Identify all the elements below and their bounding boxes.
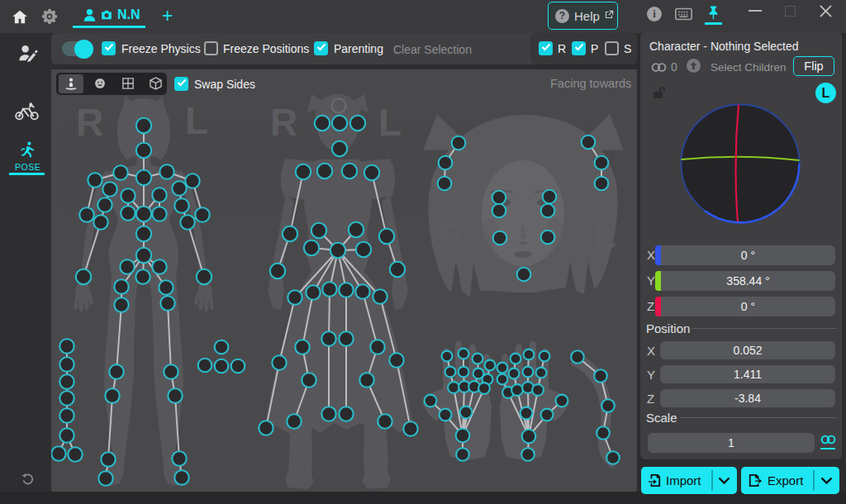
svg-text:R: R: [76, 101, 103, 144]
svg-text:R: R: [439, 215, 464, 254]
svg-text:L: L: [185, 99, 208, 142]
svg-text:L: L: [378, 101, 402, 144]
svg-text:R: R: [270, 101, 297, 144]
svg-text:L: L: [594, 215, 615, 254]
